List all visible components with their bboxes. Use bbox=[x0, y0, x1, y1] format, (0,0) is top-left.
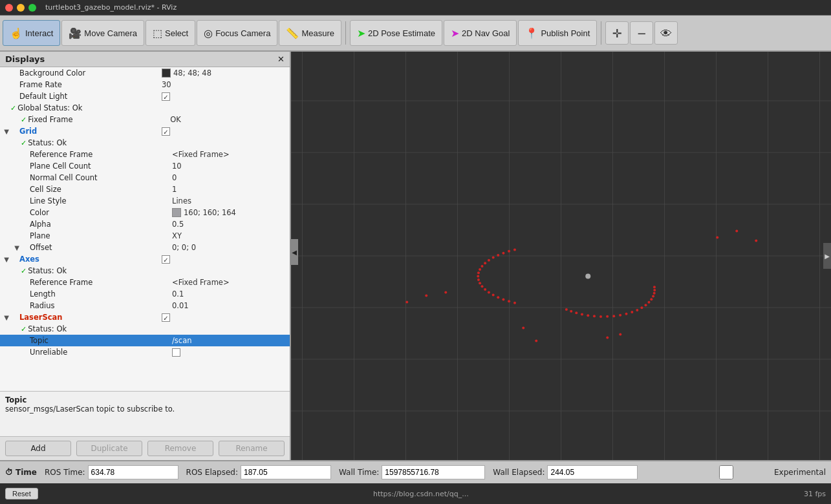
titlebar: turtlebot3_gazebo_model.rviz* - RViz bbox=[0, 0, 831, 16]
text-value: 0.1 bbox=[172, 289, 184, 299]
tree-row[interactable]: Plane Cell Count10 bbox=[0, 160, 290, 172]
color-swatch[interactable] bbox=[172, 208, 181, 217]
move-camera-icon: 🎥 bbox=[69, 27, 81, 39]
focus-camera-button[interactable]: ◎ Focus Camera bbox=[197, 20, 277, 46]
tree-row[interactable]: Default Light✓ bbox=[0, 90, 290, 102]
time-bar: ⏱ Time ROS Time: ROS Elapsed: Wall Time:… bbox=[0, 460, 831, 483]
zoom-in-button[interactable]: ✛ bbox=[605, 21, 629, 45]
left-panel: Displays ✕ Background Color48; 48; 48Fra… bbox=[0, 52, 291, 460]
tree-row[interactable]: Length0.1 bbox=[0, 288, 290, 300]
right-collapse-button[interactable]: ▶ bbox=[823, 243, 831, 269]
checkbox[interactable]: ✓ bbox=[162, 255, 170, 264]
publish-point-button[interactable]: 📍 Publish Point bbox=[518, 20, 597, 46]
viewport[interactable]: ▶ bbox=[291, 52, 831, 460]
add-button[interactable]: Add bbox=[5, 441, 71, 456]
ros-elapsed-input[interactable] bbox=[241, 465, 331, 479]
toolbar-separator-1 bbox=[345, 21, 346, 45]
expand-arrow[interactable]: ▼ bbox=[3, 314, 10, 321]
experimental-field: Experimental bbox=[681, 465, 826, 479]
tree-row-label: Global Status: Ok bbox=[17, 103, 160, 112]
zoom-out-icon: − bbox=[637, 26, 647, 40]
tree-row[interactable]: Reference Frame<Fixed Frame> bbox=[0, 277, 290, 288]
tree-row-value: <Fixed Frame> bbox=[172, 278, 287, 287]
tree-row-value: ✓ bbox=[162, 313, 287, 322]
ros-time-input[interactable] bbox=[88, 465, 178, 479]
tree-row[interactable]: Alpha0.5 bbox=[0, 218, 290, 230]
nav-goal-button[interactable]: ➤ 2D Nav Goal bbox=[444, 20, 517, 46]
tree-row[interactable]: ✓Fixed FrameOK bbox=[0, 114, 290, 125]
checkbox[interactable]: ✓ bbox=[162, 92, 170, 101]
wall-time-input[interactable] bbox=[382, 465, 485, 479]
checkbox[interactable] bbox=[172, 348, 180, 357]
displays-close-button[interactable]: ✕ bbox=[277, 54, 285, 64]
experimental-label: Experimental bbox=[774, 468, 826, 477]
move-camera-button[interactable]: 🎥 Move Camera bbox=[61, 20, 144, 46]
tree-row[interactable]: Normal Cell Count0 bbox=[0, 172, 290, 184]
minimize-button[interactable] bbox=[17, 4, 25, 12]
zoom-in-icon: ✛ bbox=[612, 26, 622, 40]
tree-row[interactable]: ✓Status: Ok bbox=[0, 323, 290, 335]
left-collapse-button[interactable]: ◀ bbox=[290, 239, 298, 265]
text-value: 0.5 bbox=[172, 220, 184, 229]
tree-row[interactable]: ▼LaserScan✓ bbox=[0, 311, 290, 323]
tree-row-value: ✓ bbox=[162, 255, 287, 264]
tree-row[interactable]: Topic/scan bbox=[0, 335, 290, 346]
tree-row-label: Background Color bbox=[19, 68, 162, 78]
button-row: Add Duplicate Remove Rename bbox=[0, 436, 290, 460]
tree-row[interactable]: Color160; 160; 164 bbox=[0, 207, 290, 218]
tree-row[interactable]: Background Color48; 48; 48 bbox=[0, 67, 290, 79]
measure-button[interactable]: 📏 Measure bbox=[279, 20, 341, 46]
tree-row[interactable]: ▼Axes✓ bbox=[0, 253, 290, 265]
color-swatch[interactable] bbox=[162, 68, 171, 78]
wall-elapsed-input[interactable] bbox=[547, 465, 638, 479]
tree-row-label: Topic bbox=[30, 336, 172, 345]
experimental-checkbox[interactable] bbox=[681, 465, 772, 479]
tree-row[interactable]: Radius0.01 bbox=[0, 300, 290, 311]
tree-row-label: Offset bbox=[30, 243, 172, 252]
remove-button[interactable]: Remove bbox=[147, 441, 213, 456]
text-value: 0; 0; 0 bbox=[172, 243, 196, 252]
ros-time-label: ROS Time: bbox=[45, 468, 85, 477]
reset-button[interactable]: Reset bbox=[5, 488, 38, 499]
nav-goal-icon: ➤ bbox=[451, 27, 459, 39]
tree-row[interactable]: ✓Global Status: Ok bbox=[0, 102, 290, 114]
expand-arrow[interactable]: ▼ bbox=[3, 256, 10, 263]
window-title: turtlebot3_gazebo_model.rviz* - RViz bbox=[45, 3, 177, 12]
tree-row[interactable]: PlaneXY bbox=[0, 230, 290, 242]
pose-estimate-button[interactable]: ➤ 2D Pose Estimate bbox=[350, 20, 442, 46]
tree-row[interactable]: Unreliable bbox=[0, 346, 290, 358]
tree-row[interactable]: ▼Offset0; 0; 0 bbox=[0, 242, 290, 253]
displays-tree[interactable]: Background Color48; 48; 48Frame Rate30De… bbox=[0, 67, 290, 391]
view-options-button[interactable]: 👁 bbox=[654, 21, 678, 45]
text-value: XY bbox=[172, 231, 182, 240]
tree-row[interactable]: ▼Grid✓ bbox=[0, 125, 290, 137]
tree-row-value: /scan bbox=[172, 336, 287, 345]
select-button[interactable]: ⬚ Select bbox=[146, 20, 195, 46]
expand-arrow[interactable]: ▼ bbox=[3, 128, 10, 135]
focus-camera-label: Focus Camera bbox=[215, 28, 270, 38]
tree-row-value: 0 bbox=[172, 173, 287, 182]
tree-row[interactable]: Cell Size1 bbox=[0, 184, 290, 195]
checkbox[interactable]: ✓ bbox=[162, 313, 170, 322]
maximize-button[interactable] bbox=[28, 4, 36, 12]
text-value: <Fixed Frame> bbox=[172, 150, 230, 159]
select-label: Select bbox=[165, 28, 188, 38]
rename-button[interactable]: Rename bbox=[219, 441, 285, 456]
close-button[interactable] bbox=[5, 4, 13, 12]
tree-row-value: 0.5 bbox=[172, 220, 287, 229]
zoom-out-button[interactable]: − bbox=[630, 21, 653, 45]
tree-row[interactable]: ✓Status: Ok bbox=[0, 265, 290, 277]
tree-row-value bbox=[172, 348, 287, 357]
tree-row[interactable]: ✓Status: Ok bbox=[0, 137, 290, 149]
tree-row-label: Status: Ok bbox=[28, 266, 170, 275]
expand-arrow[interactable]: ▼ bbox=[13, 244, 21, 251]
wall-elapsed-label: Wall Elapsed: bbox=[493, 468, 545, 477]
tree-row[interactable]: Line StyleLines bbox=[0, 195, 290, 207]
checkbox[interactable]: ✓ bbox=[162, 127, 170, 136]
interact-button[interactable]: ☝ Interact bbox=[3, 20, 60, 46]
duplicate-button[interactable]: Duplicate bbox=[76, 441, 142, 456]
tree-row[interactable]: Reference Frame<Fixed Frame> bbox=[0, 149, 290, 160]
tree-row[interactable]: Frame Rate30 bbox=[0, 79, 290, 90]
tree-row-value: XY bbox=[172, 231, 287, 240]
displays-title: Displays bbox=[5, 54, 45, 64]
